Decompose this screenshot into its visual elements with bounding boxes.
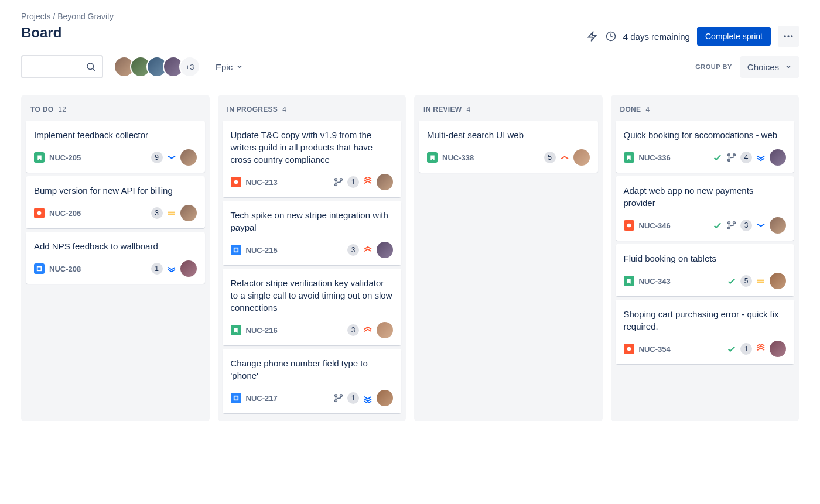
chevron-down-icon (236, 63, 243, 70)
issue-type-icon (624, 344, 634, 354)
priority-icon (756, 344, 766, 354)
column-in-review: IN REVIEW 4 Multi-dest search UI web NUC… (414, 95, 603, 421)
search-input[interactable] (21, 55, 103, 78)
svg-point-20 (733, 154, 736, 156)
issue-type-icon (624, 220, 634, 231)
avatar-stack[interactable]: +3 (114, 56, 200, 77)
bolt-icon[interactable] (587, 30, 599, 42)
priority-icon (363, 177, 373, 187)
branch-icon (726, 152, 737, 163)
issue-key: NUC-343 (639, 277, 671, 286)
card[interactable]: Refactor stripe verification key validat… (223, 269, 402, 345)
assignee-avatar[interactable] (770, 273, 786, 289)
svg-rect-26 (757, 282, 764, 283)
assignee-avatar[interactable] (770, 217, 786, 234)
svg-point-23 (728, 227, 730, 229)
card-title: Implement feedback collector (34, 129, 197, 141)
assignee-avatar[interactable] (770, 149, 786, 166)
breadcrumb-project[interactable]: Beyond Gravity (57, 12, 114, 21)
card[interactable]: Implement feedback collector NUC-205 9 (26, 121, 205, 173)
story-points-badge: 3 (347, 324, 359, 336)
assignee-avatar[interactable] (770, 341, 786, 357)
svg-point-4 (87, 63, 94, 70)
column-title: TO DO (30, 105, 53, 114)
breadcrumb: Projects / Beyond Gravity (21, 12, 114, 21)
card[interactable]: Update T&C copy with v1.9 from the write… (223, 121, 402, 197)
assignee-avatar[interactable] (377, 242, 393, 258)
story-points-badge: 1 (740, 343, 752, 355)
card[interactable]: Fluid booking on tablets NUC-343 5 (616, 244, 795, 296)
svg-point-2 (787, 35, 789, 37)
card[interactable]: Quick booking for accomodations - web NU… (616, 121, 795, 173)
column-count: 4 (466, 105, 470, 114)
issue-type-icon (231, 245, 241, 255)
card-title: Fluid booking on tablets (624, 252, 787, 265)
check-icon (726, 344, 737, 354)
svg-point-10 (335, 179, 337, 181)
svg-point-12 (340, 179, 343, 181)
groupby-dropdown[interactable]: Choices (740, 56, 799, 78)
issue-key: NUC-206 (49, 209, 81, 218)
check-icon (712, 220, 723, 231)
issue-type-icon (624, 152, 634, 163)
card-title: Refactor stripe verification key validat… (231, 277, 394, 314)
column-done: DONE 4 Quick booking for accomodations -… (611, 95, 800, 421)
epic-dropdown[interactable]: Epic (211, 57, 248, 77)
complete-sprint-button[interactable]: Complete sprint (697, 27, 771, 46)
card[interactable]: Bump version for new API for billing NUC… (26, 176, 205, 228)
assignee-avatar[interactable] (573, 149, 590, 166)
page-title: Board (21, 25, 114, 41)
assignee-avatar[interactable] (377, 390, 393, 406)
svg-point-5 (37, 211, 42, 215)
story-points-badge: 5 (740, 275, 752, 287)
check-icon (726, 276, 737, 286)
search-icon (86, 61, 96, 72)
card-title: Tech spike on new stripe integration wit… (231, 209, 394, 234)
assignee-avatar[interactable] (180, 149, 197, 166)
card[interactable]: Tech spike on new stripe integration wit… (223, 201, 402, 265)
avatar-more[interactable]: +3 (179, 56, 200, 77)
card[interactable]: Adapt web app no new payments provider N… (616, 176, 795, 241)
priority-icon (166, 208, 177, 218)
card[interactable]: Change phone number field type to 'phone… (223, 349, 402, 413)
assignee-avatar[interactable] (180, 205, 197, 221)
svg-rect-14 (234, 396, 238, 400)
svg-rect-6 (168, 212, 175, 213)
card[interactable]: Add NPS feedback to wallboard NUC-208 1 (26, 232, 205, 284)
clock-icon (606, 31, 616, 42)
more-options-button[interactable] (778, 26, 799, 47)
column-count: 4 (282, 105, 286, 114)
card-title: Bump version for new API for billing (34, 184, 197, 197)
branch-icon (333, 177, 344, 187)
assignee-avatar[interactable] (377, 174, 393, 190)
priority-icon (363, 245, 373, 255)
column-title: DONE (620, 105, 641, 114)
card[interactable]: Multi-dest search UI web NUC-338 5 (419, 121, 598, 173)
svg-point-22 (728, 222, 730, 224)
story-points-badge: 5 (544, 152, 556, 163)
assignee-avatar[interactable] (377, 322, 393, 338)
card-title: Add NPS feedback to wallboard (34, 240, 197, 252)
svg-rect-8 (37, 267, 42, 271)
priority-icon (363, 325, 373, 335)
story-points-badge: 1 (347, 176, 359, 188)
priority-icon (363, 393, 373, 403)
card[interactable]: Shoping cart purchasing error - quick fi… (616, 300, 795, 364)
card-title: Quick booking for accomodations - web (624, 129, 787, 141)
svg-point-15 (335, 395, 337, 397)
breadcrumb-projects[interactable]: Projects (21, 12, 51, 21)
svg-point-1 (784, 35, 786, 37)
card-title: Update T&C copy with v1.9 from the write… (231, 129, 394, 166)
column-to-do: TO DO 12 Implement feedback collector NU… (21, 95, 210, 421)
assignee-avatar[interactable] (180, 260, 197, 277)
svg-point-21 (627, 224, 631, 228)
svg-point-11 (335, 184, 337, 186)
story-points-badge: 1 (151, 263, 163, 275)
issue-key: NUC-346 (639, 221, 671, 230)
priority-icon (756, 220, 766, 231)
svg-point-27 (627, 347, 631, 351)
story-points-badge: 9 (151, 152, 163, 163)
issue-key: NUC-213 (246, 178, 278, 187)
issue-key: NUC-354 (639, 345, 671, 354)
svg-point-9 (234, 180, 238, 184)
